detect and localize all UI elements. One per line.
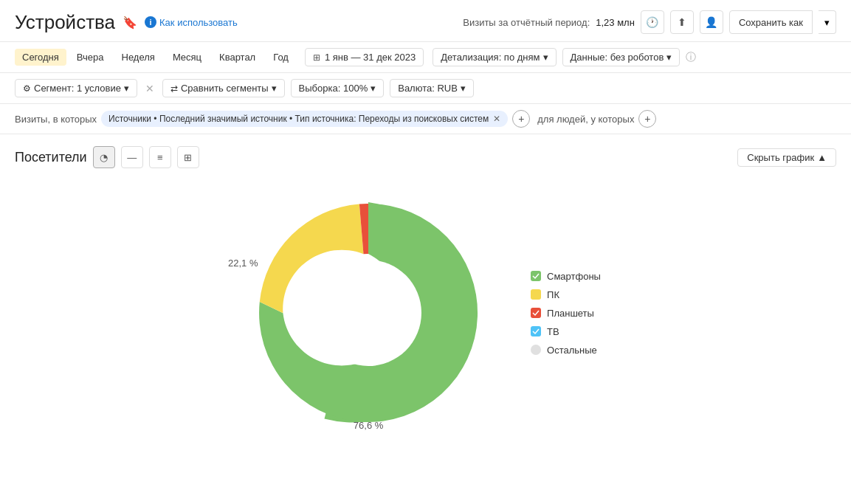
- compare-button[interactable]: ⇄ Сравнить сегменты ▾: [162, 79, 285, 97]
- segment-label: Сегмент: 1 условие: [34, 83, 121, 94]
- filter-prefix: Визиты, в которых: [15, 114, 97, 125]
- sample-arrow: ▾: [371, 83, 376, 94]
- legend-smartphones-color: [531, 271, 541, 281]
- date-btn-quarter[interactable]: Квартал: [212, 49, 263, 66]
- calendar-icon: ⊞: [313, 52, 320, 63]
- date-btn-year[interactable]: Год: [266, 49, 296, 66]
- segment-close-button[interactable]: ✕: [143, 82, 156, 95]
- label-76: 76,6 %: [354, 420, 383, 431]
- segment-button[interactable]: ⚙ Сегмент: 1 условие ▾: [15, 79, 137, 97]
- donut-area: 76,6 % 22,1 % Смартфоны ПК Пл: [15, 180, 836, 446]
- legend-pc: ПК: [531, 289, 601, 300]
- currency-arrow: ▾: [461, 83, 466, 94]
- share-button[interactable]: 👤: [700, 10, 723, 34]
- legend-tv: ТВ: [531, 326, 601, 337]
- page-header: Устройства 🔖 i Как использовать Визиты з…: [0, 0, 851, 42]
- label-22: 22,1 %: [228, 258, 258, 269]
- label-22-wrapper: 22,1 %: [228, 258, 258, 269]
- legend-other-color: [531, 345, 541, 355]
- hide-chart-label: Скрыть график: [747, 152, 814, 163]
- data-label: Данные: без роботов: [571, 52, 664, 63]
- chart-section: Посетители ◔ — ≡ ⊞ Скрыть график ▲: [0, 134, 851, 458]
- chart-header: Посетители ◔ — ≡ ⊞ Скрыть график ▲: [15, 146, 836, 168]
- detail-arrow: ▾: [543, 52, 548, 63]
- donut-chart-svg: [250, 195, 486, 431]
- legend-smartphones: Смартфоны: [531, 271, 601, 282]
- visits-label: Визиты за отчётный период:: [463, 17, 590, 28]
- legend-tablets: Планшеты: [531, 308, 601, 319]
- hide-chart-arrow: ▲: [817, 152, 827, 163]
- legend-tv-label: ТВ: [547, 326, 559, 337]
- label-76-wrapper: 76,6 %: [354, 420, 383, 431]
- legend-tablets-label: Планшеты: [547, 308, 594, 319]
- save-button[interactable]: Сохранить как: [729, 10, 813, 34]
- legend-other: Остальные: [531, 345, 601, 356]
- page-title: Устройства: [15, 11, 115, 34]
- hide-chart-button[interactable]: Скрыть график ▲: [737, 148, 836, 167]
- legend-pc-label: ПК: [547, 289, 559, 300]
- save-dropdown-button[interactable]: ▾: [819, 10, 836, 34]
- date-range-button[interactable]: ⊞ 1 янв — 31 дек 2023: [305, 48, 424, 66]
- compare-icon: ⇄: [170, 83, 178, 94]
- compare-arrow: ▾: [272, 83, 277, 94]
- currency-button[interactable]: Валюта: RUB ▾: [390, 79, 474, 97]
- segment-icon: ⚙: [23, 83, 31, 94]
- bookmark-icon[interactable]: 🔖: [123, 15, 137, 30]
- filter-suffix: для людей, у которых: [537, 114, 634, 125]
- export-button[interactable]: ⬆: [670, 10, 694, 34]
- header-left: Устройства 🔖 i Как использовать: [15, 11, 238, 34]
- filter-add-people-button[interactable]: +: [638, 110, 656, 128]
- header-right: Визиты за отчётный период: 1,23 млн 🕐 ⬆ …: [463, 10, 836, 34]
- how-to-use-link[interactable]: i Как использовать: [145, 16, 238, 28]
- chart-type-table-button[interactable]: ⊞: [177, 146, 199, 168]
- legend-tablets-color: [531, 308, 541, 318]
- detail-button[interactable]: Детализация: по дням ▾: [433, 48, 556, 66]
- sample-label: Выборка: 100%: [299, 83, 368, 94]
- date-toolbar: Сегодня Вчера Неделя Месяц Квартал Год ⊞…: [0, 42, 851, 73]
- chart-type-pie-button[interactable]: ◔: [93, 146, 115, 168]
- history-button[interactable]: 🕐: [641, 10, 664, 34]
- legend-tv-color: [531, 326, 541, 336]
- chart-title: Посетители: [15, 150, 87, 165]
- compare-label: Сравнить сегменты: [181, 83, 269, 94]
- date-btn-yesterday[interactable]: Вчера: [69, 49, 111, 66]
- chart-legend: Смартфоны ПК Планшеты ТВ Остальные: [531, 271, 601, 356]
- segment-arrow: ▾: [124, 83, 129, 94]
- chart-type-line-button[interactable]: —: [121, 146, 143, 168]
- currency-label: Валюта: RUB: [398, 83, 458, 94]
- visits-value: 1,23 млн: [596, 17, 635, 28]
- filter-tag: Источники • Последний значимый источник …: [101, 111, 508, 127]
- date-btn-week[interactable]: Неделя: [114, 49, 162, 66]
- date-btn-today[interactable]: Сегодня: [15, 49, 66, 66]
- filter-tag-text: Источники • Последний значимый источник …: [108, 114, 489, 124]
- date-range-value: 1 янв — 31 дек 2023: [325, 52, 416, 63]
- filter-tag-close[interactable]: ✕: [493, 114, 500, 124]
- data-button[interactable]: Данные: без роботов ▾: [562, 48, 681, 66]
- legend-other-label: Остальные: [547, 345, 597, 356]
- help-icon[interactable]: ⓘ: [686, 51, 696, 64]
- legend-smartphones-label: Смартфоны: [547, 271, 601, 282]
- data-arrow: ▾: [666, 52, 672, 63]
- donut-wrapper: 76,6 % 22,1 %: [250, 195, 486, 431]
- filter-bar: Визиты, в которых Источники • Последний …: [0, 104, 851, 134]
- info-link-label: Как использовать: [159, 17, 238, 28]
- segment-toolbar: ⚙ Сегмент: 1 условие ▾ ✕ ⇄ Сравнить сегм…: [0, 73, 851, 104]
- info-icon: i: [145, 16, 156, 28]
- filter-add-button[interactable]: +: [512, 110, 530, 128]
- chart-type-bar-button[interactable]: ≡: [149, 146, 171, 168]
- date-btn-month[interactable]: Месяц: [165, 49, 209, 66]
- donut-hole: [315, 260, 421, 366]
- legend-pc-color: [531, 289, 541, 300]
- detail-label: Детализация: по дням: [441, 52, 540, 63]
- sample-button[interactable]: Выборка: 100% ▾: [291, 79, 385, 97]
- chart-title-area: Посетители ◔ — ≡ ⊞: [15, 146, 199, 168]
